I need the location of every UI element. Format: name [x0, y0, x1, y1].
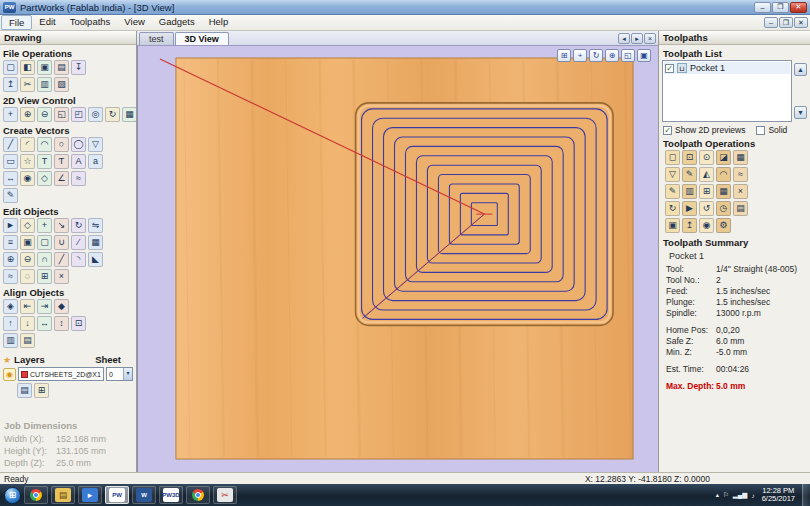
menu-file[interactable]: File: [1, 15, 32, 30]
zoom-selection-icon[interactable]: ◎: [88, 107, 103, 122]
print-icon[interactable]: ▤: [54, 60, 69, 75]
fluting-toolpath-icon[interactable]: ≈: [733, 167, 748, 182]
moulding-toolpath-icon[interactable]: ◠: [716, 167, 731, 182]
tool-database-icon[interactable]: ⚙: [716, 218, 731, 233]
pan-2d-icon[interactable]: +: [3, 107, 18, 122]
align-bottom-icon[interactable]: ↓: [20, 316, 35, 331]
paste-icon[interactable]: ▨: [54, 77, 69, 92]
menu-help[interactable]: Help: [202, 15, 236, 30]
trace-bitmap-icon[interactable]: ≈: [71, 171, 86, 186]
layer-manager-icon[interactable]: ▤: [17, 383, 32, 398]
text-on-curve-icon[interactable]: Ƭ: [54, 154, 69, 169]
zoom-in-icon[interactable]: ⊕: [20, 107, 35, 122]
vcarve-toolpath-icon[interactable]: ▽: [665, 167, 680, 182]
minimize-button[interactable]: –: [754, 2, 771, 13]
menu-toolpaths[interactable]: Toolpaths: [63, 15, 118, 30]
text-spacing-icon[interactable]: a: [88, 154, 103, 169]
distribute-vertical-icon[interactable]: ↕: [54, 316, 69, 331]
estimate-time-icon[interactable]: ◷: [716, 201, 731, 216]
copy-icon[interactable]: ▥: [37, 77, 52, 92]
chevron-down-icon[interactable]: ▾: [123, 368, 132, 380]
toolpath-list[interactable]: ✓⊔Pocket 1: [662, 60, 792, 122]
toggle-axes-icon[interactable]: ⊞: [557, 49, 571, 62]
iso-view-icon[interactable]: ◱: [621, 49, 635, 62]
array-copy-icon[interactable]: ▦: [88, 235, 103, 250]
move-icon[interactable]: +: [37, 218, 52, 233]
distribute-horizontal-icon[interactable]: ↔: [37, 316, 52, 331]
drilling-toolpath-icon[interactable]: ⊙: [699, 150, 714, 165]
profile-toolpath-icon[interactable]: ◻: [665, 150, 680, 165]
draw-curve-icon[interactable]: ◠: [37, 137, 52, 152]
view3d-svg[interactable]: [138, 46, 658, 472]
draw-arc-icon[interactable]: ◜: [20, 137, 35, 152]
toolpath-list-item[interactable]: ✓⊔Pocket 1: [664, 62, 790, 74]
smooth-icon[interactable]: ≈: [3, 269, 18, 284]
import-vectors-icon[interactable]: ↧: [71, 60, 86, 75]
delete-toolpath-icon[interactable]: ×: [733, 184, 748, 199]
draw-line-icon[interactable]: ╱: [3, 137, 18, 152]
layer-visibility-icon[interactable]: ◉: [3, 368, 16, 381]
close-vector-icon[interactable]: ◌: [20, 269, 35, 284]
ungroup-icon[interactable]: ▢: [37, 235, 52, 250]
draw-circle-icon[interactable]: ○: [54, 137, 69, 152]
new-drawing-icon[interactable]: ▢: [3, 60, 18, 75]
export-toolpaths-icon[interactable]: ↥: [682, 218, 697, 233]
freehand-draw-icon[interactable]: ✎: [3, 188, 18, 203]
scale-icon[interactable]: ↘: [54, 218, 69, 233]
rotate-icon[interactable]: ↻: [71, 218, 86, 233]
align-middle-icon[interactable]: ◆: [54, 299, 69, 314]
snap-grid-icon[interactable]: ▦: [122, 107, 137, 122]
action-center-icon[interactable]: ⚐: [723, 491, 729, 499]
taskbar-partworks[interactable]: PW: [105, 486, 129, 504]
taskbar-partworks-3d[interactable]: PW3D: [159, 486, 183, 504]
child-restore-button[interactable]: ❐: [779, 17, 793, 28]
menu-edit[interactable]: Edit: [32, 15, 62, 30]
child-close-button[interactable]: ✕: [794, 17, 808, 28]
material-setup-icon[interactable]: ▤: [733, 201, 748, 216]
child-minimize-button[interactable]: –: [764, 17, 778, 28]
taskbar-media-player[interactable]: ▸: [78, 486, 102, 504]
prism-toolpath-icon[interactable]: ◭: [699, 167, 714, 182]
toolpath-list-up-icon[interactable]: ▲: [794, 63, 807, 76]
view3d-canvas[interactable]: ⊞+↻⊕◱▣: [137, 46, 658, 472]
taskbar-clock[interactable]: 12:28 PM 6/25/2017: [762, 487, 795, 504]
measure-angle-icon[interactable]: ∠: [54, 171, 69, 186]
offset-icon[interactable]: ≡: [3, 235, 18, 250]
draw-star-icon[interactable]: ☆: [20, 154, 35, 169]
zoom-3d-icon[interactable]: ⊕: [605, 49, 619, 62]
reset-preview-icon[interactable]: ↺: [699, 201, 714, 216]
rotate-3d-icon[interactable]: ↻: [589, 49, 603, 62]
maximize-button[interactable]: ❐: [772, 2, 789, 13]
toolpath-visibility-icon[interactable]: ◉: [699, 218, 714, 233]
tab-prev-icon[interactable]: ◂: [618, 33, 630, 44]
mirror-icon[interactable]: ⇋: [88, 218, 103, 233]
merge-toolpaths-icon[interactable]: ⊞: [699, 184, 714, 199]
snap-toggle-icon[interactable]: ◉: [20, 171, 35, 186]
draw-dimension-icon[interactable]: ↔: [3, 171, 18, 186]
toolpath-list-down-icon[interactable]: ▼: [794, 106, 807, 119]
draw-polygon-icon[interactable]: ▽: [88, 137, 103, 152]
sheet-layout-icon[interactable]: ▤: [20, 333, 35, 348]
align-left-icon[interactable]: ⇤: [20, 299, 35, 314]
align-center-icon[interactable]: ◈: [3, 299, 18, 314]
fillet-icon[interactable]: ◝: [71, 252, 86, 267]
trim-icon[interactable]: ∕: [71, 235, 86, 250]
start-button[interactable]: ⊞: [4, 487, 21, 504]
show-2d-previews-checkbox[interactable]: ✓: [663, 126, 672, 135]
recalculate-toolpaths-icon[interactable]: ↻: [665, 201, 680, 216]
sheet-select[interactable]: 0 ▾: [106, 367, 133, 381]
convert-text-icon[interactable]: A: [71, 154, 86, 169]
zoom-window-icon[interactable]: ◱: [54, 107, 69, 122]
vector-node-icon[interactable]: ◇: [37, 171, 52, 186]
taskbar-chrome-2[interactable]: [186, 486, 210, 504]
draw-text-icon[interactable]: T: [37, 154, 52, 169]
taskbar-word[interactable]: W: [132, 486, 156, 504]
array-toolpath-icon[interactable]: ▦: [716, 184, 731, 199]
taskbar-chrome[interactable]: [24, 486, 48, 504]
save-file-icon[interactable]: ▣: [37, 60, 52, 75]
pocket-toolpath-icon[interactable]: ⊡: [682, 150, 697, 165]
toolpath-checkbox[interactable]: ✓: [665, 64, 674, 73]
chamfer-icon[interactable]: ◣: [88, 252, 103, 267]
refresh-2d-icon[interactable]: ↻: [105, 107, 120, 122]
delete-icon[interactable]: ×: [54, 269, 69, 284]
